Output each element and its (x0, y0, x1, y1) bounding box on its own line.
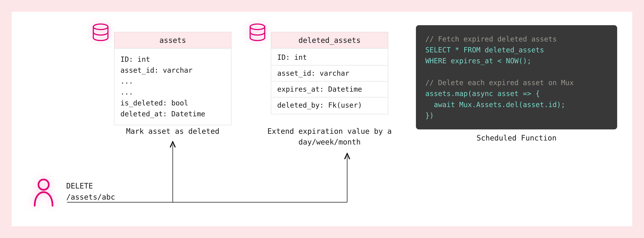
flow-arrows (12, 12, 632, 226)
diagram-canvas: assets ID: int asset_id: varchar ... ...… (12, 12, 632, 226)
